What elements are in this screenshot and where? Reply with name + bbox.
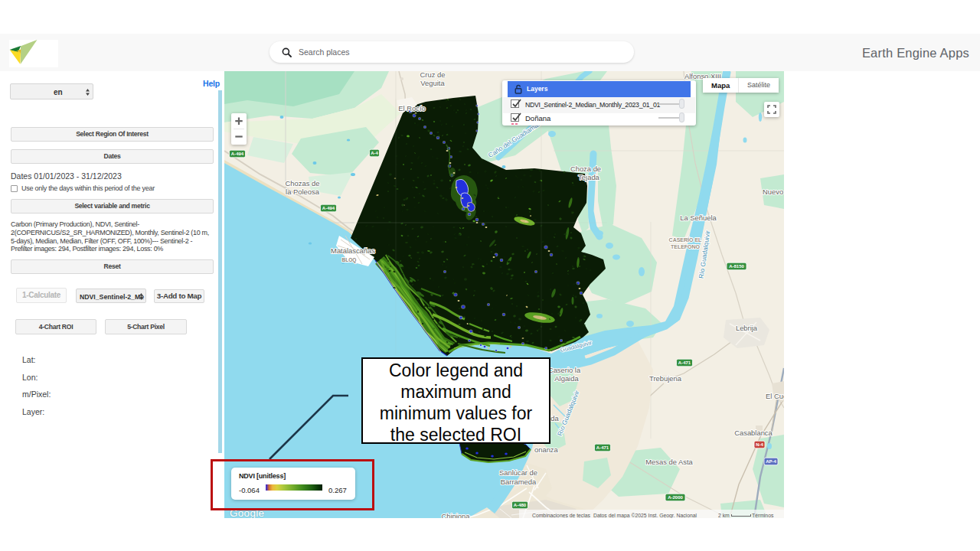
svg-text:AP-4: AP-4: [766, 459, 776, 464]
svg-text:La Señuela: La Señuela: [680, 214, 717, 222]
svg-text:Sanlúcar de: Sanlúcar de: [499, 468, 537, 477]
svg-text:Veguita: Veguita: [420, 79, 445, 87]
svg-text:A-494: A-494: [322, 206, 335, 210]
svg-text:Nuevo Roci: Nuevo Roci: [763, 187, 784, 196]
svg-text:Cruz de: Cruz de: [420, 71, 446, 79]
svg-text:BLOQ: BLOQ: [342, 257, 357, 263]
svg-text:Lebrija: Lebrija: [736, 324, 758, 332]
svg-text:A-2000: A-2000: [668, 495, 683, 500]
svg-text:Mesas de Asta: Mesas de Asta: [645, 458, 693, 466]
svg-text:El Rocío: El Rocío: [398, 104, 425, 112]
svg-text:Chipiona: Chipiona: [441, 512, 470, 518]
svg-text:Caserio la: Caserio la: [548, 366, 581, 374]
svg-text:Chozas de: Chozas de: [286, 179, 320, 187]
svg-text:Matalascañas: Matalascañas: [331, 246, 375, 255]
svg-text:A-8150: A-8150: [729, 264, 744, 269]
svg-text:CASERÍO EL: CASERÍO EL: [669, 236, 703, 243]
svg-text:TELEFONO: TELEFONO: [671, 244, 701, 249]
svg-text:A-4: A-4: [371, 151, 378, 155]
svg-text:Algaida: Algaida: [554, 374, 579, 383]
svg-text:N-4: N-4: [756, 442, 763, 447]
svg-text:A-494: A-494: [231, 152, 244, 156]
svg-text:Barrameda: Barrameda: [501, 478, 537, 486]
svg-text:Casablanca: Casablanca: [734, 429, 773, 437]
svg-text:onanza: onanza: [534, 445, 559, 454]
svg-text:A-480: A-480: [514, 503, 527, 507]
svg-text:Tejada: Tejada: [578, 173, 599, 181]
svg-text:Choza de: Choza de: [570, 165, 601, 173]
svg-text:El Cuer: El Cuer: [766, 392, 784, 400]
svg-text:A-471: A-471: [678, 360, 691, 365]
svg-text:A-471: A-471: [596, 445, 609, 450]
svg-text:Trebujena: Trebujena: [649, 374, 682, 383]
svg-text:la Poleosa: la Poleosa: [286, 187, 320, 196]
